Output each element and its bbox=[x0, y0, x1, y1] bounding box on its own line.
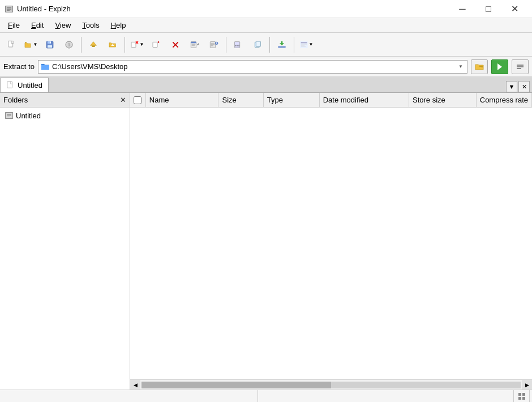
svg-rect-38 bbox=[278, 46, 285, 48]
test-button[interactable]: T bbox=[60, 35, 78, 54]
status-left bbox=[2, 390, 258, 402]
menu-edit[interactable]: Edit bbox=[25, 19, 49, 31]
view-arrow-icon: ▼ bbox=[309, 42, 314, 47]
window-title: Untitled - Explzh bbox=[17, 5, 71, 13]
svg-rect-25 bbox=[191, 41, 196, 43]
properties-button[interactable]: i bbox=[205, 35, 223, 54]
view-button[interactable]: ▼ bbox=[297, 35, 315, 54]
extract-now-button[interactable] bbox=[491, 59, 508, 74]
col-header-store[interactable]: Store size bbox=[409, 93, 477, 107]
title-bar: Untitled - Explzh ─ □ ✕ bbox=[0, 0, 532, 18]
col-header-check[interactable] bbox=[130, 93, 146, 107]
sfx-button[interactable]: exe bbox=[229, 35, 247, 54]
tab-dropdown-button[interactable]: ▼ bbox=[506, 81, 517, 92]
col-header-type[interactable]: Type bbox=[264, 93, 320, 107]
svg-text:T: T bbox=[68, 42, 70, 46]
main-content: Untitled ▼ ✕ Folders ✕ bbox=[0, 77, 532, 390]
open-icon bbox=[24, 40, 33, 49]
copy-button[interactable] bbox=[248, 35, 267, 54]
folders-panel: Folders ✕ Untitled bbox=[0, 93, 130, 390]
col-header-name[interactable]: Name bbox=[146, 93, 219, 107]
separator-5 bbox=[294, 37, 294, 53]
scroll-thumb[interactable] bbox=[141, 382, 331, 388]
svg-rect-56 bbox=[7, 116, 11, 116]
svg-rect-59 bbox=[522, 393, 525, 396]
properties-icon: i bbox=[209, 40, 218, 49]
col-header-size[interactable]: Size bbox=[218, 93, 263, 107]
folders-close-button[interactable]: ✕ bbox=[120, 96, 126, 104]
svg-rect-52 bbox=[7, 82, 12, 88]
save-button[interactable] bbox=[41, 35, 59, 54]
folders-title: Folders bbox=[3, 96, 28, 104]
open-button[interactable]: ▼ bbox=[22, 35, 40, 54]
delete-button[interactable] bbox=[166, 35, 185, 54]
more-options-button[interactable] bbox=[512, 59, 529, 74]
status-icon-section bbox=[514, 390, 530, 402]
horizontal-scrollbar[interactable]: ◀ ▶ bbox=[130, 379, 532, 390]
new-button[interactable] bbox=[2, 35, 20, 54]
add-button[interactable]: ▼ bbox=[128, 35, 146, 54]
add-arrow-icon: ▼ bbox=[140, 42, 144, 47]
add-icon bbox=[130, 40, 139, 49]
svg-rect-9 bbox=[48, 45, 52, 48]
extract-path-container: ▼ bbox=[38, 60, 467, 74]
status-middle bbox=[258, 390, 514, 402]
add-file-icon bbox=[152, 40, 161, 49]
grid-icon bbox=[518, 392, 526, 400]
close-button[interactable]: ✕ bbox=[501, 0, 527, 18]
title-controls: ─ □ ✕ bbox=[449, 0, 527, 18]
col-header-compress[interactable]: Compress rate bbox=[477, 93, 532, 107]
svg-text:exe: exe bbox=[235, 43, 240, 46]
menu-view[interactable]: View bbox=[49, 19, 76, 31]
separator-3 bbox=[226, 37, 226, 53]
extract-path-input[interactable] bbox=[52, 62, 457, 71]
rename-icon bbox=[190, 40, 199, 49]
svg-rect-10 bbox=[50, 41, 51, 43]
minimize-button[interactable]: ─ bbox=[449, 0, 475, 18]
maximize-button[interactable]: □ bbox=[475, 0, 501, 18]
svg-rect-16 bbox=[131, 42, 136, 47]
sfx-icon: exe bbox=[234, 40, 243, 49]
tree-item-label: Untitled bbox=[16, 112, 41, 120]
menu-tools[interactable]: Tools bbox=[76, 19, 105, 31]
extract-folder-icon bbox=[108, 40, 117, 49]
svg-rect-4 bbox=[7, 10, 10, 11]
menu-file[interactable]: File bbox=[2, 19, 25, 31]
separator-4 bbox=[269, 37, 270, 53]
extract-label: Extract to bbox=[3, 62, 35, 71]
svg-rect-44 bbox=[301, 45, 304, 45]
copy-icon bbox=[253, 40, 262, 49]
tree-item[interactable]: Untitled bbox=[2, 110, 127, 121]
svg-rect-40 bbox=[281, 41, 283, 44]
extract-browse-button[interactable] bbox=[471, 59, 488, 74]
scroll-left-button[interactable]: ◀ bbox=[130, 380, 140, 390]
svg-rect-3 bbox=[7, 9, 11, 10]
svg-rect-55 bbox=[7, 114, 11, 115]
select-all-checkbox[interactable] bbox=[134, 96, 141, 104]
folders-tree: Untitled bbox=[0, 108, 130, 390]
menu-help[interactable]: Help bbox=[105, 19, 132, 31]
extract-icon bbox=[89, 40, 98, 49]
download-icon bbox=[277, 40, 286, 49]
scroll-right-button[interactable]: ▶ bbox=[522, 380, 532, 390]
title-left: Untitled - Explzh bbox=[5, 5, 71, 14]
folder-blue-icon bbox=[41, 62, 50, 71]
svg-rect-29 bbox=[211, 43, 215, 44]
open-arrow-icon: ▼ bbox=[33, 42, 38, 47]
svg-rect-37 bbox=[256, 41, 260, 46]
extract-to-button[interactable] bbox=[104, 35, 122, 54]
col-header-date[interactable]: Date modified bbox=[320, 93, 409, 107]
tab-close-button[interactable]: ✕ bbox=[518, 81, 530, 92]
app-icon bbox=[5, 5, 14, 14]
tab-untitled[interactable]: Untitled bbox=[0, 78, 49, 92]
svg-rect-43 bbox=[301, 44, 307, 44]
extract-button[interactable] bbox=[84, 35, 102, 54]
rename-button[interactable] bbox=[186, 35, 204, 54]
svg-rect-2 bbox=[7, 7, 11, 8]
add-file-button[interactable] bbox=[147, 35, 165, 54]
extract-dropdown-arrow[interactable]: ▼ bbox=[457, 64, 465, 69]
scroll-track[interactable] bbox=[141, 382, 521, 388]
test-icon: T bbox=[65, 40, 74, 49]
file-list-body bbox=[130, 108, 532, 379]
download-button[interactable] bbox=[273, 35, 291, 54]
